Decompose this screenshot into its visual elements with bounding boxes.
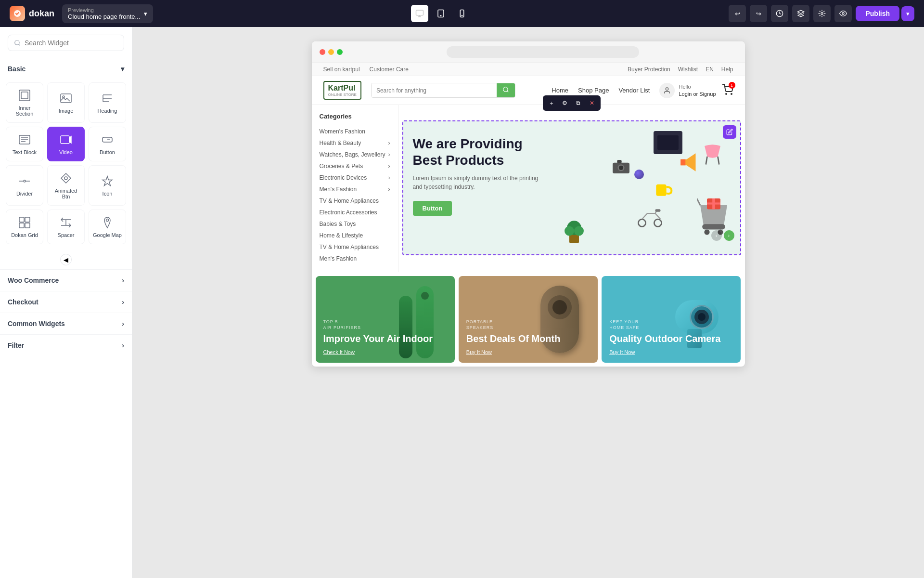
- cat-electronic-devices[interactable]: Electronic Devices›: [320, 172, 390, 184]
- store-logo: KartPul ONLINE STORE: [323, 81, 361, 100]
- left-panel: Basic ▾ Inner Section Image: [0, 27, 132, 578]
- common-widgets-header[interactable]: Common Widgets ›: [0, 313, 132, 334]
- carousel-prev-btn[interactable]: ‹: [711, 230, 722, 241]
- banner-title-2: Best Deals Of Month: [466, 333, 590, 344]
- nav-vendor[interactable]: Vendor List: [618, 87, 650, 94]
- svg-point-31: [666, 88, 668, 90]
- store-sell-link[interactable]: Sell on kartpul: [323, 66, 360, 73]
- redo-btn[interactable]: ↪: [750, 5, 767, 22]
- cat-watches[interactable]: Watches, Bags, Jewellery›: [320, 149, 390, 160]
- cat-health-beauty[interactable]: Health & Beauty›: [320, 137, 390, 149]
- help-link[interactable]: Help: [721, 66, 733, 73]
- cat-womens-fashion[interactable]: Women's Fashion: [320, 126, 390, 137]
- store-care-link[interactable]: Customer Care: [370, 66, 409, 73]
- settings-btn[interactable]: [813, 5, 831, 22]
- svg-rect-27: [19, 223, 24, 228]
- store-search-button[interactable]: [497, 83, 515, 97]
- widget-text-block[interactable]: Text Block: [6, 127, 43, 161]
- common-widgets-section: Common Widgets ›: [0, 313, 132, 334]
- user-action[interactable]: Login or Signup: [679, 91, 716, 97]
- preview-btn[interactable]: [834, 5, 852, 22]
- hero-settings-btn[interactable]: ⚙: [559, 97, 571, 109]
- banner-tag-3: KEEP YOUR: [609, 319, 733, 324]
- hero-add-btn[interactable]: ＋: [546, 97, 557, 109]
- widget-dokan-grid[interactable]: Dokan Grid: [6, 210, 43, 244]
- panel-collapse-btn[interactable]: ◀: [60, 254, 72, 265]
- cat-tv-home-2[interactable]: TV & Home Appliances: [320, 241, 390, 253]
- wishlist-link[interactable]: Wishlist: [678, 66, 698, 73]
- svg-point-24: [64, 177, 67, 180]
- publish-button[interactable]: Publish: [856, 6, 899, 21]
- checkout-header[interactable]: Checkout ›: [0, 291, 132, 313]
- svg-point-53: [618, 166, 623, 170]
- cart-btn[interactable]: 1: [722, 84, 733, 97]
- history-btn[interactable]: [771, 5, 788, 22]
- widget-video[interactable]: Video: [47, 127, 85, 161]
- preview-selector[interactable]: Previewing Cloud home page fronte... ▾: [62, 4, 153, 23]
- widget-google-map[interactable]: Google Map: [89, 210, 126, 244]
- widget-heading-label: Heading: [98, 108, 117, 114]
- buyer-protection-link[interactable]: Buyer Protection: [628, 66, 670, 73]
- banner-link-2[interactable]: Buy It Now: [466, 349, 590, 355]
- mobile-device-btn[interactable]: [453, 5, 471, 22]
- svg-rect-43: [656, 184, 666, 196]
- checkout-label: Checkout: [8, 298, 38, 306]
- widget-video-label: Video: [59, 149, 73, 155]
- widget-heading[interactable]: Heading: [89, 82, 126, 123]
- main-layout: Basic ▾ Inner Section Image: [0, 27, 924, 578]
- store-header-right: Buyer Protection Wishlist EN Help: [628, 66, 733, 73]
- svg-rect-50: [655, 209, 660, 211]
- cat-mens-fashion-1[interactable]: Men's Fashion›: [320, 184, 390, 195]
- svg-rect-26: [25, 217, 30, 222]
- basic-section-header[interactable]: Basic ▾: [0, 59, 132, 79]
- nav-shop[interactable]: Shop Page: [578, 87, 609, 94]
- text-block-icon: [18, 133, 31, 146]
- device-switcher: [411, 5, 471, 22]
- camera-illustration: [613, 160, 629, 173]
- cat-babies[interactable]: Babies & Toys: [320, 218, 390, 230]
- hero-close-btn[interactable]: ✕: [586, 97, 598, 109]
- cat-groceries[interactable]: Groceries & Pets›: [320, 160, 390, 172]
- hero-cta-button[interactable]: Button: [413, 201, 452, 216]
- cat-home-lifestyle[interactable]: Home & Lifestyle: [320, 230, 390, 241]
- store-search-input[interactable]: [372, 83, 497, 97]
- cat-electronic-accessories[interactable]: Electronic Accessories: [320, 207, 390, 218]
- tablet-device-btn[interactable]: [432, 5, 449, 22]
- hero-duplicate-btn[interactable]: ⧉: [573, 97, 584, 109]
- widgets-grid: Inner Section Image Heading: [0, 79, 132, 252]
- store-nav: KartPul ONLINE STORE Home Shop Page V: [312, 76, 745, 105]
- widget-icon[interactable]: Icon: [89, 165, 126, 206]
- widget-divider[interactable]: Divider: [6, 165, 43, 206]
- svg-rect-42: [712, 198, 715, 209]
- hero-title: We are Providing Best Products: [413, 136, 548, 168]
- widget-animated-btn[interactable]: Animated Btn: [47, 165, 85, 206]
- svg-point-29: [106, 219, 109, 222]
- widget-spacer[interactable]: Spacer: [47, 210, 85, 244]
- woo-commerce-header[interactable]: Woo Commerce ›: [0, 270, 132, 291]
- widget-text-block-label: Text Block: [13, 149, 37, 155]
- banner-link-1[interactable]: Check It Now: [323, 349, 447, 355]
- svg-point-8: [821, 13, 823, 14]
- carousel-next-btn[interactable]: ›: [724, 230, 734, 241]
- widget-button[interactable]: Button: [89, 127, 126, 161]
- filter-label: Filter: [8, 342, 24, 349]
- filter-chevron: ›: [122, 342, 124, 349]
- desktop-device-btn[interactable]: [411, 5, 428, 22]
- cat-tv-home-1[interactable]: TV & Home Appliances: [320, 195, 390, 207]
- filter-header[interactable]: Filter ›: [0, 335, 132, 356]
- widget-image[interactable]: Image: [47, 82, 85, 123]
- undo-btn[interactable]: ↩: [729, 5, 746, 22]
- publish-dropdown-btn[interactable]: ▾: [901, 6, 914, 21]
- search-input[interactable]: [25, 39, 118, 47]
- svg-point-5: [462, 15, 463, 16]
- language-select[interactable]: EN: [706, 66, 714, 73]
- widget-button-label: Button: [100, 149, 115, 155]
- svg-rect-20: [103, 137, 112, 142]
- widget-inner-section[interactable]: Inner Section: [6, 82, 43, 123]
- layers-btn[interactable]: [792, 5, 809, 22]
- svg-point-47: [574, 226, 584, 236]
- button-icon: [101, 133, 114, 146]
- cat-mens-fashion-2[interactable]: Men's Fashion: [320, 253, 390, 264]
- banner-link-3[interactable]: Buy It Now: [609, 349, 733, 355]
- nav-home[interactable]: Home: [552, 87, 568, 94]
